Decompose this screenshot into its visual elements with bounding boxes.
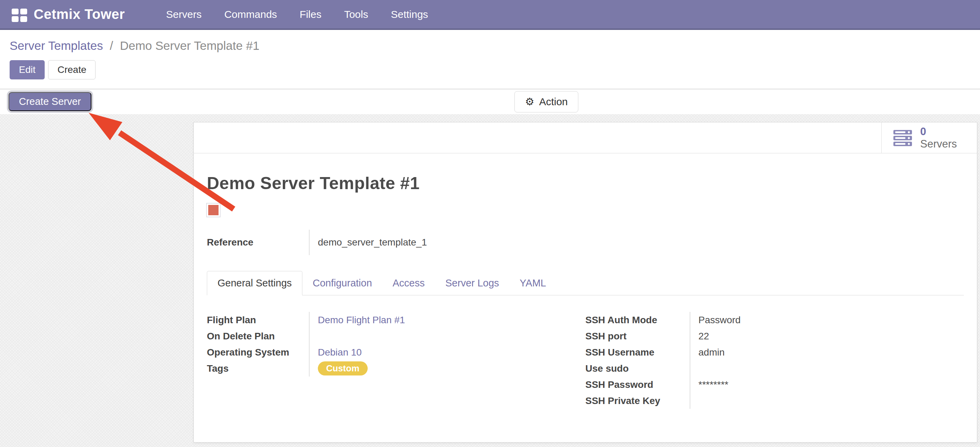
reference-field-label: Reference — [207, 230, 309, 255]
ssh-password-value: ******** — [690, 377, 964, 393]
servers-count: 0 — [920, 126, 957, 138]
use-sudo-label: Use sudo — [585, 360, 690, 377]
app-brand-title: Cetmix Tower — [34, 6, 125, 22]
reference-field-value: demo_server_template_1 — [309, 230, 964, 255]
stat-button-strip: 0 Servers — [194, 122, 977, 153]
on-delete-plan-value — [309, 328, 585, 344]
server-rack-icon — [893, 128, 913, 148]
tags-label: Tags — [207, 360, 309, 377]
top-navbar: Cetmix Tower Servers Commands Files Tool… — [0, 0, 980, 30]
create-server-button[interactable]: Create Server — [9, 92, 91, 111]
apps-grid-icon[interactable] — [12, 9, 27, 22]
nav-item-servers[interactable]: Servers — [166, 9, 201, 20]
action-button-label: Action — [539, 96, 568, 108]
control-panel: Server Templates / Demo Server Template … — [0, 30, 980, 89]
apps-grid-square — [12, 16, 19, 22]
field-group-right: SSH Auth Mode Password SSH port 22 SSH U… — [585, 312, 964, 409]
ssh-port-value: 22 — [690, 328, 964, 344]
ssh-username-label: SSH Username — [585, 344, 690, 360]
ssh-private-key-label: SSH Private Key — [585, 393, 690, 409]
tab-general-settings[interactable]: General Settings — [207, 271, 302, 295]
apps-grid-square — [20, 9, 27, 14]
ssh-auth-mode-label: SSH Auth Mode — [585, 312, 690, 328]
nav-item-tools[interactable]: Tools — [344, 9, 368, 20]
navbar-menu: Servers Commands Files Tools Settings — [166, 9, 428, 20]
nav-item-files[interactable]: Files — [300, 9, 321, 20]
use-sudo-value — [690, 360, 964, 377]
header-button-strip: Create Server — [0, 89, 980, 114]
action-button[interactable]: ⚙ Action — [514, 91, 578, 112]
on-delete-plan-label: On Delete Plan — [207, 328, 309, 344]
tags-value: Custom — [309, 360, 585, 377]
ssh-username-value: admin — [690, 344, 964, 360]
breadcrumb-current: Demo Server Template #1 — [120, 39, 259, 52]
gear-icon: ⚙ — [525, 97, 535, 107]
flight-plan-label: Flight Plan — [207, 312, 309, 328]
form-sheet: Demo Server Template #1 Reference demo_s… — [194, 153, 977, 409]
breadcrumb-separator: / — [106, 39, 116, 52]
tab-access[interactable]: Access — [382, 271, 435, 295]
control-panel-buttons: Edit Create — [10, 60, 980, 80]
operating-system-label: Operating System — [207, 344, 309, 360]
tag-badge-custom[interactable]: Custom — [318, 361, 368, 375]
tab-configuration[interactable]: Configuration — [302, 271, 382, 295]
color-swatch[interactable] — [207, 204, 220, 217]
breadcrumb-parent-link[interactable]: Server Templates — [10, 39, 103, 52]
ssh-password-label: SSH Password — [585, 377, 690, 393]
ssh-private-key-value — [690, 393, 964, 409]
record-title: Demo Server Template #1 — [207, 173, 964, 193]
nav-item-commands[interactable]: Commands — [224, 9, 277, 20]
apps-grid-square — [20, 16, 27, 22]
breadcrumb: Server Templates / Demo Server Template … — [10, 39, 980, 53]
general-settings-fields: Flight Plan Demo Flight Plan #1 On Delet… — [207, 312, 964, 409]
ssh-port-label: SSH port — [585, 328, 690, 344]
reference-field-row: Reference demo_server_template_1 — [207, 230, 964, 255]
field-group-left: Flight Plan Demo Flight Plan #1 On Delet… — [207, 312, 585, 409]
form-sheet-card: 0 Servers Demo Server Template #1 Refere… — [194, 122, 977, 442]
apps-grid-square — [12, 9, 19, 14]
tab-server-logs[interactable]: Server Logs — [435, 271, 509, 295]
flight-plan-value-link[interactable]: Demo Flight Plan #1 — [309, 312, 585, 328]
form-view-background: 0 Servers Demo Server Template #1 Refere… — [0, 114, 980, 447]
tab-yaml[interactable]: YAML — [509, 271, 556, 295]
servers-stat-button[interactable]: 0 Servers — [881, 122, 977, 153]
notebook-tabs: General Settings Configuration Access Se… — [207, 271, 964, 295]
operating-system-value-link[interactable]: Debian 10 — [309, 344, 585, 360]
page: Cetmix Tower Servers Commands Files Tool… — [0, 0, 980, 447]
servers-count-label: Servers — [920, 138, 957, 150]
edit-button[interactable]: Edit — [10, 60, 45, 80]
ssh-auth-mode-value: Password — [690, 312, 964, 328]
nav-item-settings[interactable]: Settings — [391, 9, 428, 20]
servers-stat-texts: 0 Servers — [920, 126, 957, 150]
create-button[interactable]: Create — [48, 60, 95, 80]
